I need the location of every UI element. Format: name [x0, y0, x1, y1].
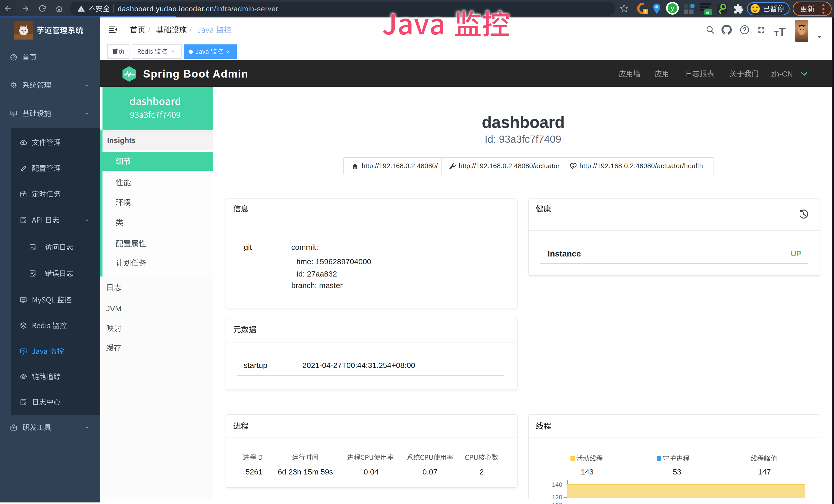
svg-text:1: 1	[644, 9, 647, 14]
svg-text:y: y	[671, 5, 674, 12]
svg-text:on: on	[706, 10, 710, 15]
